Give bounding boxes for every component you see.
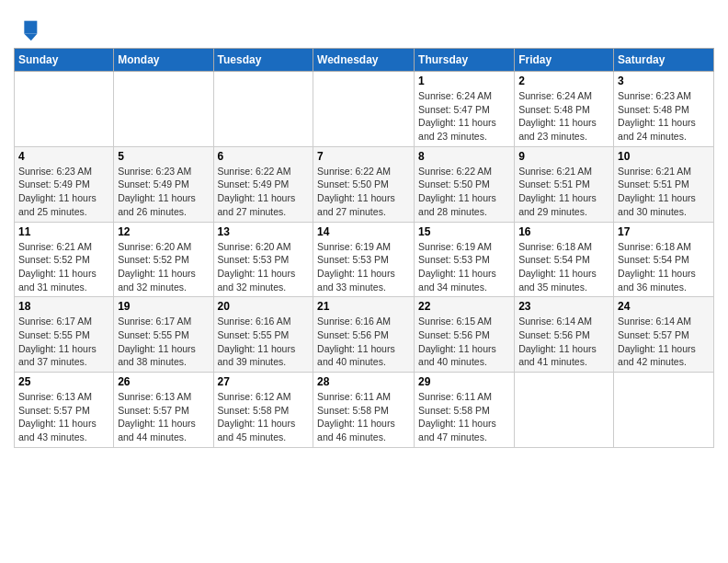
day-detail: Sunrise: 6:11 AM Sunset: 5:58 PM Dayligh… xyxy=(317,390,410,444)
day-number: 12 xyxy=(118,225,209,238)
day-number: 22 xyxy=(418,300,510,313)
calendar-day-header: Friday xyxy=(515,49,614,72)
day-detail: Sunrise: 6:22 AM Sunset: 5:49 PM Dayligh… xyxy=(218,165,310,219)
calendar-header-row: SundayMondayTuesdayWednesdayThursdayFrid… xyxy=(15,49,714,72)
calendar-day-header: Thursday xyxy=(415,49,515,72)
day-detail: Sunrise: 6:16 AM Sunset: 5:56 PM Dayligh… xyxy=(317,315,410,369)
day-number: 27 xyxy=(218,375,310,388)
calendar-cell: 1Sunrise: 6:24 AM Sunset: 5:47 PM Daylig… xyxy=(415,72,515,147)
day-detail: Sunrise: 6:20 AM Sunset: 5:53 PM Dayligh… xyxy=(218,240,310,294)
calendar-cell: 18Sunrise: 6:17 AM Sunset: 5:55 PM Dayli… xyxy=(15,297,114,373)
day-number: 24 xyxy=(618,300,710,313)
day-detail: Sunrise: 6:14 AM Sunset: 5:57 PM Dayligh… xyxy=(618,315,710,369)
day-detail: Sunrise: 6:16 AM Sunset: 5:55 PM Dayligh… xyxy=(218,315,310,369)
day-detail: Sunrise: 6:23 AM Sunset: 5:48 PM Dayligh… xyxy=(618,89,710,144)
day-number: 18 xyxy=(18,300,109,313)
day-detail: Sunrise: 6:23 AM Sunset: 5:49 PM Dayligh… xyxy=(18,165,109,219)
day-detail: Sunrise: 6:24 AM Sunset: 5:47 PM Dayligh… xyxy=(418,89,510,144)
calendar-cell: 21Sunrise: 6:16 AM Sunset: 5:56 PM Dayli… xyxy=(313,297,415,373)
day-detail: Sunrise: 6:20 AM Sunset: 5:52 PM Dayligh… xyxy=(118,240,209,294)
day-number: 23 xyxy=(518,300,609,313)
calendar-cell: 8Sunrise: 6:22 AM Sunset: 5:50 PM Daylig… xyxy=(415,146,515,222)
calendar-cell: 25Sunrise: 6:13 AM Sunset: 5:57 PM Dayli… xyxy=(15,373,114,448)
calendar-cell: 15Sunrise: 6:19 AM Sunset: 5:53 PM Dayli… xyxy=(415,222,515,297)
calendar-cell: 3Sunrise: 6:23 AM Sunset: 5:48 PM Daylig… xyxy=(614,72,714,147)
day-number: 13 xyxy=(218,225,310,238)
header xyxy=(14,9,714,42)
day-detail: Sunrise: 6:14 AM Sunset: 5:56 PM Dayligh… xyxy=(518,315,609,369)
day-number: 19 xyxy=(118,300,209,313)
day-detail: Sunrise: 6:24 AM Sunset: 5:48 PM Dayligh… xyxy=(518,89,609,144)
day-detail: Sunrise: 6:22 AM Sunset: 5:50 PM Dayligh… xyxy=(418,165,510,219)
day-detail: Sunrise: 6:15 AM Sunset: 5:56 PM Dayligh… xyxy=(418,315,510,369)
day-detail: Sunrise: 6:21 AM Sunset: 5:51 PM Dayligh… xyxy=(618,165,710,219)
calendar-cell: 12Sunrise: 6:20 AM Sunset: 5:52 PM Dayli… xyxy=(114,222,213,297)
day-detail: Sunrise: 6:12 AM Sunset: 5:58 PM Dayligh… xyxy=(218,390,310,444)
calendar-cell: 17Sunrise: 6:18 AM Sunset: 5:54 PM Dayli… xyxy=(614,222,714,297)
calendar-cell: 9Sunrise: 6:21 AM Sunset: 5:51 PM Daylig… xyxy=(515,146,614,222)
calendar-day-header: Saturday xyxy=(614,49,714,72)
logo xyxy=(14,17,41,42)
day-number: 1 xyxy=(418,75,510,87)
day-number: 29 xyxy=(418,375,510,388)
day-detail: Sunrise: 6:21 AM Sunset: 5:52 PM Dayligh… xyxy=(18,240,109,294)
calendar-cell: 11Sunrise: 6:21 AM Sunset: 5:52 PM Dayli… xyxy=(15,222,114,297)
calendar-cell: 28Sunrise: 6:11 AM Sunset: 5:58 PM Dayli… xyxy=(313,373,415,448)
calendar-cell: 29Sunrise: 6:11 AM Sunset: 5:58 PM Dayli… xyxy=(415,373,515,448)
calendar-cell: 16Sunrise: 6:18 AM Sunset: 5:54 PM Dayli… xyxy=(515,222,614,297)
day-detail: Sunrise: 6:11 AM Sunset: 5:58 PM Dayligh… xyxy=(418,390,510,444)
day-detail: Sunrise: 6:13 AM Sunset: 5:57 PM Dayligh… xyxy=(118,390,209,444)
svg-marker-0 xyxy=(24,21,37,34)
day-number: 7 xyxy=(317,150,410,163)
calendar-cell xyxy=(213,72,313,147)
calendar-cell xyxy=(614,373,714,448)
day-detail: Sunrise: 6:17 AM Sunset: 5:55 PM Dayligh… xyxy=(18,315,109,369)
calendar-cell: 22Sunrise: 6:15 AM Sunset: 5:56 PM Dayli… xyxy=(415,297,515,373)
calendar-cell: 27Sunrise: 6:12 AM Sunset: 5:58 PM Dayli… xyxy=(213,373,313,448)
calendar-cell xyxy=(114,72,213,147)
calendar-cell: 20Sunrise: 6:16 AM Sunset: 5:55 PM Dayli… xyxy=(213,297,313,373)
day-detail: Sunrise: 6:18 AM Sunset: 5:54 PM Dayligh… xyxy=(518,240,609,294)
calendar-cell: 14Sunrise: 6:19 AM Sunset: 5:53 PM Dayli… xyxy=(313,222,415,297)
calendar-week-row: 25Sunrise: 6:13 AM Sunset: 5:57 PM Dayli… xyxy=(15,373,714,448)
day-number: 25 xyxy=(18,375,109,388)
calendar-week-row: 18Sunrise: 6:17 AM Sunset: 5:55 PM Dayli… xyxy=(15,297,714,373)
day-number: 8 xyxy=(418,150,510,163)
day-detail: Sunrise: 6:19 AM Sunset: 5:53 PM Dayligh… xyxy=(317,240,410,294)
calendar-day-header: Sunday xyxy=(15,49,114,72)
day-detail: Sunrise: 6:22 AM Sunset: 5:50 PM Dayligh… xyxy=(317,165,410,219)
calendar-cell: 4Sunrise: 6:23 AM Sunset: 5:49 PM Daylig… xyxy=(15,146,114,222)
day-number: 3 xyxy=(618,75,710,87)
day-number: 16 xyxy=(518,225,609,238)
day-number: 5 xyxy=(118,150,209,163)
calendar-cell: 6Sunrise: 6:22 AM Sunset: 5:49 PM Daylig… xyxy=(213,146,313,222)
day-detail: Sunrise: 6:23 AM Sunset: 5:49 PM Dayligh… xyxy=(118,165,209,219)
day-detail: Sunrise: 6:18 AM Sunset: 5:54 PM Dayligh… xyxy=(618,240,710,294)
day-detail: Sunrise: 6:21 AM Sunset: 5:51 PM Dayligh… xyxy=(518,165,609,219)
calendar-cell: 5Sunrise: 6:23 AM Sunset: 5:49 PM Daylig… xyxy=(114,146,213,222)
calendar-week-row: 1Sunrise: 6:24 AM Sunset: 5:47 PM Daylig… xyxy=(15,72,714,147)
calendar-cell: 7Sunrise: 6:22 AM Sunset: 5:50 PM Daylig… xyxy=(313,146,415,222)
day-detail: Sunrise: 6:19 AM Sunset: 5:53 PM Dayligh… xyxy=(418,240,510,294)
day-number: 4 xyxy=(18,150,109,163)
calendar-cell: 24Sunrise: 6:14 AM Sunset: 5:57 PM Dayli… xyxy=(614,297,714,373)
calendar-cell: 2Sunrise: 6:24 AM Sunset: 5:48 PM Daylig… xyxy=(515,72,614,147)
calendar-cell xyxy=(313,72,415,147)
day-number: 21 xyxy=(317,300,410,313)
calendar-day-header: Monday xyxy=(114,49,213,72)
day-number: 14 xyxy=(317,225,410,238)
day-number: 15 xyxy=(418,225,510,238)
calendar-cell: 23Sunrise: 6:14 AM Sunset: 5:56 PM Dayli… xyxy=(515,297,614,373)
calendar-day-header: Wednesday xyxy=(313,49,415,72)
calendar-week-row: 4Sunrise: 6:23 AM Sunset: 5:49 PM Daylig… xyxy=(15,146,714,222)
day-number: 10 xyxy=(618,150,710,163)
day-number: 9 xyxy=(518,150,609,163)
calendar-cell: 13Sunrise: 6:20 AM Sunset: 5:53 PM Dayli… xyxy=(213,222,313,297)
calendar-table: SundayMondayTuesdayWednesdayThursdayFrid… xyxy=(14,48,714,448)
day-number: 20 xyxy=(218,300,310,313)
day-number: 28 xyxy=(317,375,410,388)
calendar-day-header: Tuesday xyxy=(213,49,313,72)
calendar-cell: 19Sunrise: 6:17 AM Sunset: 5:55 PM Dayli… xyxy=(114,297,213,373)
day-number: 26 xyxy=(118,375,209,388)
svg-marker-1 xyxy=(24,34,37,40)
